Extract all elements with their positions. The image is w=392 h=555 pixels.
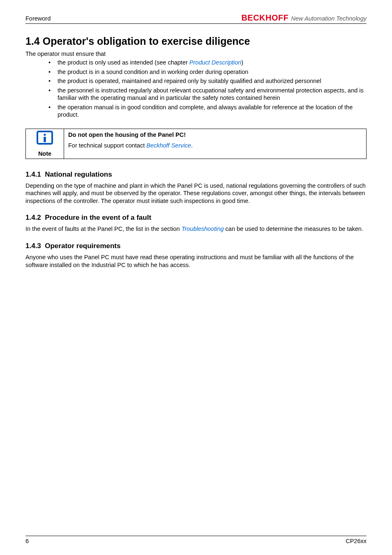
page-number: 6 [25, 538, 29, 544]
subsection-body-pre: In the event of faults at the Panel PC, … [25, 226, 182, 232]
brand-logo-text: BECKHOFF [241, 13, 288, 23]
svg-rect-2 [44, 137, 46, 142]
subsection-body-pre: Anyone who uses the Panel PC must have r… [25, 254, 354, 268]
info-icon [36, 131, 54, 150]
section-title-text: Operator's obligation to exercise dilige… [43, 35, 250, 47]
product-description-link[interactable]: Product Description [189, 59, 242, 66]
note-icon-cell: Note [26, 129, 64, 159]
troubleshooting-link[interactable]: Troubleshooting [182, 226, 224, 232]
note-title: Do not open the housing of the Panel PC! [68, 131, 362, 138]
subsection-title-text: Operator requirements [45, 242, 120, 250]
subsection-number: 1.4.2 [25, 214, 41, 221]
requirements-list: the product is only used as intended (se… [25, 59, 367, 119]
list-item-text-post: ) [241, 59, 243, 66]
note-body-pre: For technical support contact [68, 142, 146, 149]
subsection-title-text: National regulations [45, 170, 112, 178]
note-body: For technical support contact Beckhoff S… [68, 142, 362, 149]
list-item: the product is only used as intended (se… [48, 59, 367, 67]
subsection-body-post: can be used to determine the measures to… [224, 226, 363, 232]
page-header: Foreword BECKHOFF New Automation Technol… [25, 13, 367, 24]
document-page: Foreword BECKHOFF New Automation Technol… [0, 0, 392, 555]
note-body-post: . [191, 142, 193, 149]
svg-point-1 [44, 134, 46, 136]
note-box: Note Do not open the housing of the Pane… [25, 129, 367, 159]
subsection-body: Depending on the type of machine and pla… [25, 182, 367, 205]
subsection-body: In the event of faults at the Panel PC, … [25, 225, 367, 233]
section-intro: The operator must ensure that [25, 51, 367, 57]
header-brand-block: BECKHOFF New Automation Technology [241, 13, 367, 23]
list-item-text: the operation manual is in good conditio… [58, 104, 353, 118]
list-item-text: the personnel is instructed regularly ab… [58, 87, 364, 101]
subsection-body-pre: Depending on the type of machine and pla… [25, 182, 366, 204]
list-item-text: the product is only used as intended (se… [58, 59, 189, 66]
list-item-text: the product is operated, maintained and … [58, 78, 321, 84]
page-footer: 6 CP26xx [25, 536, 367, 544]
note-content: Do not open the housing of the Panel PC!… [64, 129, 366, 159]
subsection-heading: 1.4.3 Operator requirements [25, 242, 367, 250]
subsection-body: Anyone who uses the Panel PC must have r… [25, 253, 367, 269]
list-item-text: the product is in a sound condition and … [58, 69, 248, 75]
header-section-name: Foreword [25, 15, 51, 22]
subsection-number: 1.4.3 [25, 242, 41, 250]
list-item: the product is operated, maintained and … [48, 77, 367, 85]
brand-tagline: New Automation Technology [291, 15, 367, 22]
section-number: 1.4 [25, 35, 40, 47]
subsection-title-text: Procedure in the event of a fault [45, 214, 151, 221]
footer-doc-id: CP26xx [346, 538, 367, 544]
beckhoff-service-link[interactable]: Beckhoff Service [146, 142, 191, 149]
list-item: the personnel is instructed regularly ab… [48, 87, 367, 102]
subsection-number: 1.4.1 [25, 170, 41, 178]
section-heading: 1.4 Operator's obligation to exercise di… [25, 35, 367, 47]
note-label: Note [38, 150, 51, 157]
subsection-heading: 1.4.1 National regulations [25, 170, 367, 179]
list-item: the product is in a sound condition and … [48, 68, 367, 76]
list-item: the operation manual is in good conditio… [48, 104, 367, 119]
subsection-heading: 1.4.2 Procedure in the event of a fault [25, 214, 367, 222]
